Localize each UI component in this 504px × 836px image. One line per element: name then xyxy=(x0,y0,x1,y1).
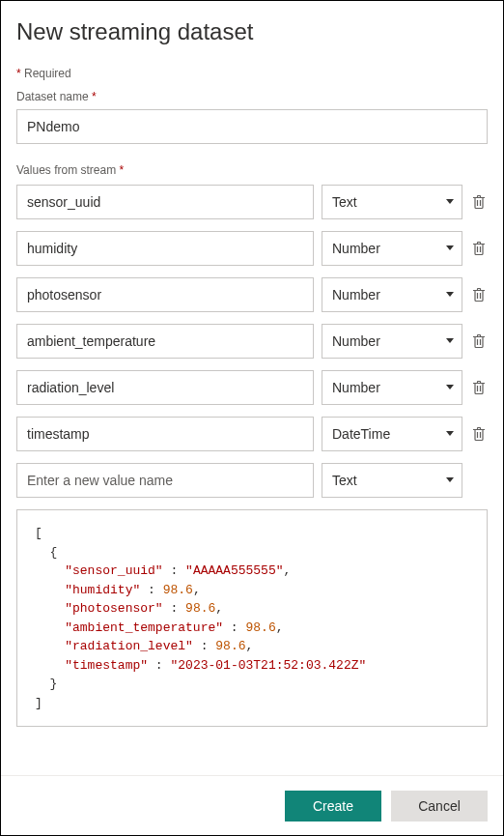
value-name-input[interactable] xyxy=(16,324,314,359)
value-type-select-wrap: TextNumberDateTime xyxy=(322,324,462,359)
json-preview: [ { "sensor_uuid" : "AAAAA555555", "humi… xyxy=(16,509,488,727)
value-type-select-wrap: TextNumberDateTime xyxy=(322,277,462,312)
trash-icon[interactable] xyxy=(470,241,488,256)
value-name-input[interactable] xyxy=(16,277,314,312)
dataset-name-group: Dataset name * xyxy=(16,90,488,144)
trash-icon[interactable] xyxy=(470,426,488,442)
cancel-button[interactable]: Cancel xyxy=(391,791,488,822)
trash-icon[interactable] xyxy=(470,380,488,395)
create-button[interactable]: Create xyxy=(285,791,381,822)
value-type-select[interactable]: TextNumberDateTime xyxy=(322,417,462,451)
dialog-footer: Create Cancel xyxy=(1,775,503,835)
value-row: TextNumberDateTime xyxy=(16,277,488,312)
value-name-input[interactable] xyxy=(16,185,314,219)
dataset-name-input[interactable] xyxy=(16,109,488,144)
dataset-name-label: Dataset name * xyxy=(16,90,488,103)
value-type-select[interactable]: TextNumberDateTime xyxy=(322,277,462,312)
required-note: * Required xyxy=(16,67,488,80)
value-row: TextNumberDateTime xyxy=(16,231,488,266)
new-value-type-select[interactable]: TextNumberDateTime xyxy=(322,463,462,498)
trash-icon[interactable] xyxy=(470,287,488,303)
new-value-name-input[interactable] xyxy=(16,463,314,498)
value-type-select[interactable]: TextNumberDateTime xyxy=(322,324,462,359)
trash-icon[interactable] xyxy=(470,333,488,349)
value-type-select-wrap: TextNumberDateTime xyxy=(322,417,462,451)
new-value-row: TextNumberDateTime xyxy=(16,463,488,498)
values-from-stream-label: Values from stream * xyxy=(16,163,488,177)
value-rows: TextNumberDateTimeTextNumberDateTimeText… xyxy=(16,185,488,451)
value-type-select-wrap: TextNumberDateTime xyxy=(322,370,462,405)
trash-icon[interactable] xyxy=(470,194,488,210)
value-type-select[interactable]: TextNumberDateTime xyxy=(322,185,462,219)
value-row: TextNumberDateTime xyxy=(16,185,488,219)
value-type-select-wrap: TextNumberDateTime xyxy=(322,185,462,219)
value-row: TextNumberDateTime xyxy=(16,324,488,359)
value-name-input[interactable] xyxy=(16,370,314,405)
values-from-stream-group: Values from stream * TextNumberDateTimeT… xyxy=(16,163,488,727)
value-type-select-wrap: TextNumberDateTime xyxy=(322,231,462,266)
value-row: TextNumberDateTime xyxy=(16,417,488,451)
new-streaming-dataset-dialog: New streaming dataset * Required Dataset… xyxy=(1,1,503,776)
value-name-input[interactable] xyxy=(16,231,314,266)
value-name-input[interactable] xyxy=(16,417,314,451)
value-type-select[interactable]: TextNumberDateTime xyxy=(322,370,462,405)
value-type-select[interactable]: TextNumberDateTime xyxy=(322,231,462,266)
dialog-title: New streaming dataset xyxy=(16,18,488,45)
value-row: TextNumberDateTime xyxy=(16,370,488,405)
new-value-type-select-wrap: TextNumberDateTime xyxy=(322,463,462,498)
